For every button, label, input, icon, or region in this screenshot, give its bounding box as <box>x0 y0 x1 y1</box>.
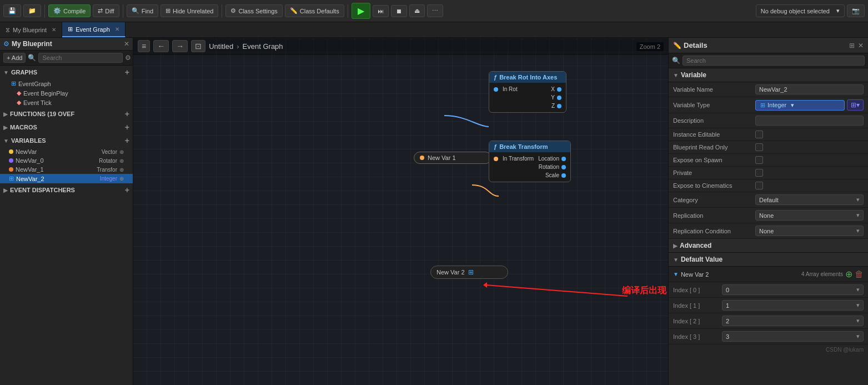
right-search-input[interactable] <box>683 56 865 66</box>
right-search-bar: 🔍 <box>669 53 868 68</box>
camera-button[interactable]: 📷 <box>847 4 865 17</box>
settings-gear-icon[interactable]: ⚙ <box>125 54 131 62</box>
collapse-vars-arrow: ▼ <box>3 138 9 144</box>
section-graphs[interactable]: ▼ GRAPHS + <box>0 66 133 79</box>
node-newvar2[interactable]: New Var 2 ⊞ <box>430 266 508 279</box>
var-newvar0[interactable]: NewVar_0 Rotator ⊕ <box>0 156 133 165</box>
prop-expose-on-spawn: Expose on Spawn <box>669 154 868 167</box>
var-newvar[interactable]: NewVar Vector ⊕ <box>0 147 133 156</box>
var-dot <box>9 149 13 154</box>
tab-close-event-graph[interactable]: ✕ <box>115 26 119 32</box>
prop-blueprint-read-only: Blueprint Read Only <box>669 141 868 154</box>
section-default-value-title[interactable]: ▼ Default Value <box>669 253 868 267</box>
tree-event-tick[interactable]: ◆ Event Tick <box>0 98 133 107</box>
default-section-arrow: ▼ <box>673 257 679 263</box>
category-dropdown[interactable]: Default ▾ <box>755 194 864 205</box>
variable-name-input[interactable] <box>755 84 864 94</box>
skip-button[interactable]: ⏏ <box>409 4 425 17</box>
instance-editable-checkbox[interactable] <box>755 131 763 138</box>
prop-expose-to-cinematics: Expose to Cinematics <box>669 179 868 192</box>
save-button[interactable]: 💾 <box>3 4 21 17</box>
find-button[interactable]: 🔍 Find <box>127 4 158 17</box>
array-index-3-dropdown[interactable]: 3 ▾ <box>722 331 864 342</box>
more-button[interactable]: ⋯ <box>427 4 443 17</box>
variable-type-dropdown[interactable]: ⊞ Integer ▾ <box>755 100 845 111</box>
diff-button[interactable]: ⇄ Diff <box>93 4 119 17</box>
array-row-1: Index [ 1 ] 1 ▾ <box>669 298 868 313</box>
type-chevron-icon: ▾ <box>791 102 794 109</box>
prop-variable-name: Variable Name <box>669 82 868 97</box>
fit-button[interactable]: ⊡ <box>191 40 205 52</box>
tab-event-graph[interactable]: ⊞ Event Graph ✕ <box>62 22 126 37</box>
right-panel-header: ✏️ Details ⊞ ✕ <box>669 38 868 53</box>
tab-close-blueprint[interactable]: ✕ <box>52 27 56 33</box>
array-index-1-dropdown[interactable]: 1 ▾ <box>722 300 864 311</box>
step-button[interactable]: ⏭ <box>373 5 389 17</box>
expose-cinematics-checkbox[interactable] <box>755 182 763 189</box>
compile-button[interactable]: ⚙️ Compile <box>48 4 91 17</box>
array-add-button[interactable]: ⊕ <box>845 269 852 279</box>
add-function-button[interactable]: + <box>125 109 129 118</box>
array-delete-button[interactable]: 🗑 <box>855 269 864 279</box>
content-browser-button[interactable]: 📁 <box>23 4 41 17</box>
panel-grid-icon[interactable]: ⊞ <box>849 42 855 49</box>
description-input[interactable] <box>755 116 864 126</box>
node-newvar1[interactable]: New Var 1 <box>414 152 491 164</box>
blueprint-icon: ⧖ <box>6 26 10 33</box>
forward-button[interactable]: → <box>172 40 188 52</box>
array-row-0: Index [ 0 ] 0 ▾ <box>669 282 868 298</box>
right-panel-close[interactable]: ✕ <box>858 42 864 49</box>
annotation-compile-text: 编译后出现 <box>622 285 666 297</box>
private-checkbox[interactable] <box>755 169 763 177</box>
tab-bar: ⧖ My Blueprint ✕ ⊞ Event Graph ✕ <box>0 22 868 38</box>
stop-button[interactable]: ⏹ <box>391 5 407 17</box>
view-options-button[interactable]: ≡ <box>138 40 150 52</box>
replication-condition-dropdown[interactable]: None ▾ <box>755 226 864 236</box>
canvas[interactable]: ≡ ← → ⊡ Untitled › Event Graph ⬧ Eve <box>133 38 668 385</box>
prop-category: Category Default ▾ <box>669 192 868 208</box>
class-settings-button[interactable]: ⚙ Class Settings <box>225 4 282 17</box>
section-macros[interactable]: ▶ MACROS + <box>0 121 133 134</box>
func-icon: ƒ <box>494 74 497 81</box>
node-break-transform[interactable]: ƒ Break Transform In Transform Location … <box>489 141 571 182</box>
type-grid-button[interactable]: ⊞ ▾ <box>847 99 864 111</box>
add-button[interactable]: + Add <box>3 53 26 63</box>
replication-dropdown[interactable]: None ▾ <box>755 210 864 221</box>
array-index-2-dropdown[interactable]: 2 ▾ <box>722 316 864 326</box>
var-newvar1[interactable]: NewVar_1 Transfor ⊕ <box>0 165 133 174</box>
details-icon: ✏️ <box>673 42 681 49</box>
play-button[interactable]: ▶ <box>352 3 370 19</box>
blueprint-panel-icon: ⚙ <box>3 40 9 48</box>
add-macro-button[interactable]: + <box>125 123 129 132</box>
array-row-3: Index [ 3 ] 3 ▾ <box>669 329 868 344</box>
add-dispatcher-button[interactable]: + <box>125 186 129 194</box>
add-variable-button[interactable]: + <box>125 136 129 145</box>
add-graph-button[interactable]: + <box>125 68 129 77</box>
in-rot-pin <box>494 87 498 92</box>
canvas-connections <box>133 38 668 385</box>
section-advanced-title[interactable]: ▶ Advanced <box>669 239 868 253</box>
section-variable-title[interactable]: ▼ Variable <box>669 68 868 82</box>
tree-event-begin-play[interactable]: ◆ Event BeginPlay <box>0 88 133 98</box>
array-index-0-dropdown[interactable]: 0 ▾ <box>722 284 864 295</box>
var-newvar2[interactable]: ⊞ NewVar_2 Integer ⊕ <box>0 174 133 183</box>
event-tick-icon: ◆ <box>17 99 21 106</box>
section-functions[interactable]: ▶ FUNCTIONS (19 OVEF + <box>0 107 133 121</box>
search-input[interactable] <box>38 53 123 63</box>
diff-icon: ⇄ <box>98 7 103 14</box>
prop-private: Private <box>669 167 868 179</box>
collapse-functions-arrow: ▶ <box>3 111 8 117</box>
section-variables[interactable]: ▼ VARIABLES + <box>0 134 133 147</box>
panel-close-button[interactable]: ✕ <box>124 40 129 48</box>
node-break-rot[interactable]: ƒ Break Rot Into Axes In Rot X Y <box>489 71 566 113</box>
debug-dropdown[interactable]: No debug object selected ▾ <box>756 4 845 17</box>
tab-my-blueprint[interactable]: ⧖ My Blueprint ✕ <box>0 22 62 37</box>
back-button[interactable]: ← <box>153 40 169 52</box>
hide-unrelated-button[interactable]: ⊞ Hide Unrelated <box>160 4 218 17</box>
section-dispatchers[interactable]: ▶ EVENT DISPATCHERS + <box>0 183 133 197</box>
blueprint-read-only-checkbox[interactable] <box>755 143 763 151</box>
expose-on-spawn-checkbox[interactable] <box>755 156 763 164</box>
class-defaults-button[interactable]: ✏️ Class Defaults <box>285 4 344 17</box>
tree-event-graph[interactable]: ⊞ EventGraph <box>0 79 133 88</box>
category-chevron-icon: ▾ <box>856 196 860 203</box>
